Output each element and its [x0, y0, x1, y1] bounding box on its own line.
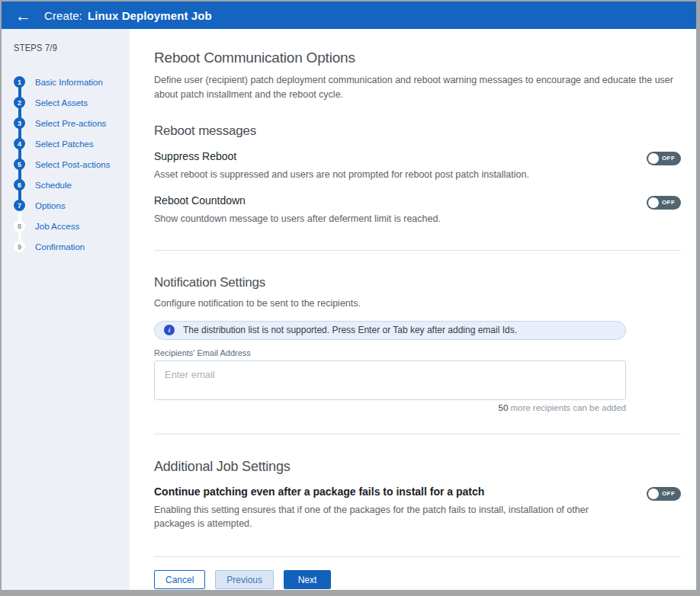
- step-label: Select Pre-actions: [35, 119, 106, 128]
- section-description-reboot-communication: Define user (recipient) patch deployment…: [154, 73, 681, 102]
- continue-patching-toggle[interactable]: OFF: [647, 487, 681, 501]
- section-title-reboot-messages: Reboot messages: [154, 123, 681, 139]
- sidebar-step-select-assets[interactable]: 2 Select Assets: [14, 92, 130, 113]
- setting-desc-reboot-countdown: Show countdown message to users after de…: [154, 212, 681, 226]
- info-banner-text: The distribution list is not supported. …: [183, 325, 517, 335]
- suppress-reboot-toggle[interactable]: OFF: [647, 152, 681, 165]
- step-label: Select Assets: [35, 98, 88, 107]
- info-banner: i The distribution list is not supported…: [154, 321, 626, 340]
- section-title-reboot-communication: Reboot Communication Options: [154, 50, 681, 66]
- section-title-notification-settings: Notification Settings: [154, 275, 681, 290]
- step-number-badge: 2: [14, 97, 25, 108]
- setting-row-continue-patching: Continue patching even after a package f…: [154, 485, 681, 501]
- step-number-badge: 8: [14, 220, 25, 232]
- step-label: Confirmation: [35, 242, 85, 252]
- sidebar-step-options-current[interactable]: 7 Options: [14, 195, 130, 216]
- step-number-badge: 9: [14, 241, 25, 252]
- sidebar-step-select-pre-actions[interactable]: 3 Select Pre-actions: [14, 113, 130, 133]
- setting-row-reboot-countdown: Reboot Countdown OFF: [154, 194, 681, 210]
- title-prefix: Create:: [44, 9, 82, 22]
- step-number-badge: 3: [14, 117, 25, 129]
- sidebar-step-basic-information[interactable]: 1 Basic Information: [14, 72, 130, 92]
- toggle-knob: [648, 489, 659, 499]
- sidebar-step-schedule[interactable]: 6 Schedule: [14, 175, 130, 195]
- toggle-knob: [648, 153, 659, 164]
- steps-sidebar: STEPS 7/9 1 Basic Information 2 Select A…: [2, 29, 130, 590]
- toggle-state-label: OFF: [662, 490, 675, 497]
- email-helper-text: 50 more recipients can be added: [154, 403, 626, 412]
- toggle-knob: [648, 197, 659, 208]
- stepper: 1 Basic Information 2 Select Assets 3 Se…: [14, 72, 130, 257]
- step-number-badge: 7: [14, 200, 25, 211]
- cancel-button[interactable]: Cancel: [154, 570, 205, 589]
- back-arrow-icon[interactable]: ←: [15, 8, 31, 24]
- sidebar-step-select-patches[interactable]: 4 Select Patches: [14, 133, 130, 154]
- info-icon: i: [164, 325, 175, 335]
- step-label: Select Patches: [35, 139, 94, 149]
- recipients-email-input[interactable]: [154, 360, 626, 400]
- main-content: Reboot Communication Options Define user…: [130, 29, 696, 590]
- step-label: Basic Information: [35, 78, 103, 87]
- setting-row-suppress-reboot: Suppress Reboot OFF: [154, 150, 681, 165]
- page-title: Create:Linux Deployment Job: [44, 9, 212, 22]
- app-window: ← Create:Linux Deployment Job STEPS 7/9 …: [0, 0, 700, 596]
- setting-label-suppress-reboot: Suppress Reboot: [154, 150, 236, 162]
- steps-counter-label: STEPS 7/9: [14, 43, 120, 53]
- section-divider: [154, 434, 681, 434]
- email-helper-count: 50: [498, 403, 508, 412]
- section-title-additional-job-settings: Additional Job Settings: [154, 459, 681, 475]
- email-field-label: Recipients' Email Address: [154, 348, 681, 357]
- next-button[interactable]: Next: [284, 570, 331, 589]
- sidebar-step-job-access[interactable]: 8 Job Access: [14, 216, 130, 236]
- app-header: ← Create:Linux Deployment Job: [2, 2, 696, 29]
- toggle-state-label: OFF: [662, 155, 675, 162]
- reboot-countdown-toggle[interactable]: OFF: [647, 196, 681, 210]
- step-label: Select Post-actions: [35, 160, 110, 169]
- toggle-state-label: OFF: [662, 199, 675, 206]
- section-description-notification: Configure notification to be sent to the…: [154, 296, 681, 310]
- sidebar-step-select-post-actions[interactable]: 5 Select Post-actions: [14, 154, 130, 175]
- step-label: Options: [35, 201, 66, 210]
- footer-divider: [154, 556, 681, 557]
- previous-button[interactable]: Previous: [215, 570, 274, 589]
- section-divider: [154, 250, 681, 251]
- step-label: Schedule: [35, 181, 72, 190]
- step-number-badge: 5: [14, 159, 25, 170]
- setting-label-continue-patching: Continue patching even after a package f…: [154, 485, 484, 498]
- setting-desc-suppress-reboot: Asset reboot is suppressed and users are…: [154, 168, 681, 181]
- step-number-badge: 6: [14, 179, 25, 191]
- email-helper-rest: more recipients can be added: [508, 403, 626, 412]
- step-number-badge: 1: [14, 76, 25, 88]
- app-body: STEPS 7/9 1 Basic Information 2 Select A…: [2, 29, 696, 590]
- step-number-badge: 4: [14, 138, 25, 149]
- setting-desc-continue-patching: Enabling this setting ensures that if on…: [154, 503, 627, 530]
- step-label: Job Access: [35, 222, 79, 231]
- title-name: Linux Deployment Job: [88, 9, 212, 22]
- setting-label-reboot-countdown: Reboot Countdown: [154, 194, 246, 207]
- wizard-footer: Cancel Previous Next: [154, 570, 681, 589]
- sidebar-step-confirmation[interactable]: 9 Confirmation: [14, 236, 130, 257]
